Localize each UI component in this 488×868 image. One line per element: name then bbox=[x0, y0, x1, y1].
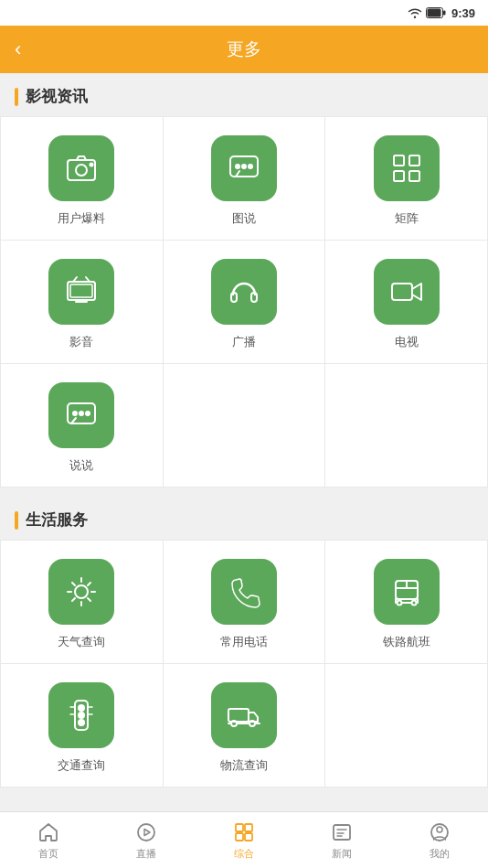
svg-point-8 bbox=[242, 165, 246, 168]
nav-home[interactable]: 首页 bbox=[0, 815, 98, 866]
user-circle-icon bbox=[428, 820, 451, 844]
label-guangbo: 广播 bbox=[232, 334, 256, 350]
status-icons bbox=[408, 6, 446, 19]
nav-news-label: 新闻 bbox=[332, 847, 352, 861]
item-dianshi[interactable]: 电视 bbox=[325, 241, 488, 364]
svg-line-28 bbox=[72, 583, 75, 585]
icon-speech-bg bbox=[48, 382, 114, 448]
svg-rect-48 bbox=[228, 709, 249, 722]
svg-rect-13 bbox=[409, 171, 419, 181]
item-yingyin[interactable]: 影音 bbox=[1, 241, 164, 364]
battery-icon bbox=[426, 7, 446, 18]
nav-news[interactable]: 新闻 bbox=[292, 815, 390, 866]
svg-rect-58 bbox=[245, 833, 252, 841]
icon-grid-bg bbox=[374, 135, 440, 201]
item-tielu[interactable]: 铁路航班 bbox=[325, 541, 488, 664]
back-button[interactable]: ‹ bbox=[15, 38, 21, 61]
sun-icon bbox=[64, 574, 99, 609]
item-wuliu[interactable]: 物流查询 bbox=[164, 664, 326, 788]
bottom-nav: 首页 直播 综合 bbox=[0, 811, 488, 868]
label-yingyin: 影音 bbox=[69, 334, 93, 350]
svg-point-5 bbox=[90, 164, 93, 166]
item-user-tip[interactable]: 用户爆料 bbox=[1, 117, 164, 241]
yingshi-row2: 影音 广播 电视 bbox=[0, 241, 488, 364]
icon-bus-bg bbox=[374, 559, 440, 625]
empty-cell-2 bbox=[325, 364, 488, 488]
svg-rect-10 bbox=[394, 155, 404, 166]
main-content: 影视资讯 用户爆料 bbox=[0, 73, 488, 811]
tv-icon bbox=[64, 274, 99, 309]
phone-icon bbox=[227, 574, 261, 609]
icon-truck-bg bbox=[211, 682, 277, 748]
svg-rect-56 bbox=[245, 824, 252, 831]
icon-chat-bg bbox=[211, 135, 277, 201]
svg-point-54 bbox=[138, 824, 154, 841]
svg-rect-1 bbox=[427, 9, 440, 17]
svg-point-41 bbox=[79, 705, 84, 711]
label-tielu: 铁路航班 bbox=[383, 634, 430, 650]
label-wuliu: 物流查询 bbox=[220, 757, 268, 774]
svg-point-43 bbox=[79, 720, 84, 725]
yingshi-row1: 用户爆料 图说 bbox=[0, 116, 488, 241]
chat-icon bbox=[227, 151, 261, 186]
nav-live-label: 直播 bbox=[136, 847, 156, 861]
item-tianqi[interactable]: 天气查询 bbox=[1, 541, 164, 664]
truck-icon bbox=[227, 698, 261, 733]
section-yingshi-title: 影视资讯 bbox=[26, 86, 88, 107]
shenghuo-row1: 天气查询 常用电话 bbox=[0, 540, 488, 664]
item-tushuo[interactable]: 图说 bbox=[164, 117, 326, 241]
shenghuo-row2: 交通查询 物流查询 bbox=[0, 664, 488, 788]
section-bar-2 bbox=[15, 511, 18, 530]
label-tianqi: 天气查询 bbox=[58, 634, 105, 650]
yingshi-row3: 说说 bbox=[0, 364, 488, 488]
bus-icon bbox=[389, 574, 424, 609]
newspaper-icon bbox=[330, 820, 354, 844]
svg-point-4 bbox=[76, 165, 87, 176]
grid-icon bbox=[389, 151, 424, 186]
nav-live[interactable]: 直播 bbox=[98, 815, 196, 866]
svg-point-7 bbox=[236, 165, 239, 168]
label-juzhen: 矩阵 bbox=[395, 210, 419, 227]
label-jiaotong: 交通查询 bbox=[58, 757, 105, 774]
svg-rect-15 bbox=[70, 284, 92, 297]
svg-rect-2 bbox=[443, 11, 446, 16]
status-time: 9:39 bbox=[451, 6, 475, 20]
svg-rect-18 bbox=[392, 284, 412, 300]
svg-line-31 bbox=[72, 598, 75, 601]
section-shenghuo-title: 生活服务 bbox=[26, 509, 88, 530]
svg-point-23 bbox=[75, 585, 88, 598]
play-circle-icon bbox=[134, 820, 158, 844]
item-shuoshuo[interactable]: 说说 bbox=[1, 364, 164, 488]
svg-point-20 bbox=[73, 412, 77, 415]
item-changyong[interactable]: 常用电话 bbox=[164, 541, 326, 664]
section-yingshi-header: 影视资讯 bbox=[0, 73, 488, 116]
icon-sun-bg bbox=[48, 559, 114, 625]
icon-camera-bg bbox=[48, 135, 114, 201]
section-bar bbox=[15, 88, 18, 106]
empty-cell-3 bbox=[325, 664, 488, 788]
section-shenghuo-header: 生活服务 bbox=[0, 497, 488, 540]
svg-point-42 bbox=[79, 713, 84, 718]
traffic-light-icon bbox=[64, 698, 99, 733]
wifi-icon bbox=[408, 6, 422, 19]
camera-icon bbox=[64, 151, 99, 186]
icon-traffic-bg bbox=[48, 682, 114, 748]
nav-mine[interactable]: 我的 bbox=[390, 815, 488, 866]
svg-point-9 bbox=[249, 165, 252, 168]
item-guangbo[interactable]: 广播 bbox=[164, 241, 326, 364]
icon-tv-bg bbox=[48, 259, 114, 325]
label-dianshi: 电视 bbox=[395, 334, 419, 350]
svg-rect-59 bbox=[334, 825, 350, 840]
svg-rect-57 bbox=[236, 833, 243, 841]
empty-cell-1 bbox=[164, 364, 326, 488]
icon-headphones-bg bbox=[211, 259, 277, 325]
nav-zonghe[interactable]: 综合 bbox=[196, 815, 293, 866]
svg-point-21 bbox=[80, 412, 83, 415]
item-jiaotong[interactable]: 交通查询 bbox=[1, 664, 164, 788]
icon-video-bg bbox=[374, 259, 440, 325]
item-juzhen[interactable]: 矩阵 bbox=[325, 117, 488, 241]
nav-home-label: 首页 bbox=[38, 847, 58, 861]
grid4-icon bbox=[232, 820, 256, 844]
label-user-tip: 用户爆料 bbox=[58, 210, 105, 227]
label-changyong: 常用电话 bbox=[220, 634, 268, 650]
